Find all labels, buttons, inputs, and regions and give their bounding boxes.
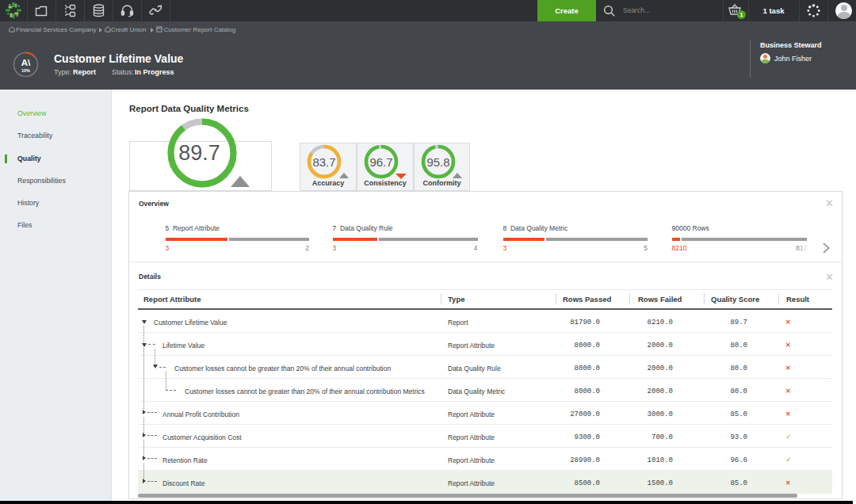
svg-text:89.7: 89.7 [178, 141, 220, 165]
svg-text:10%: 10% [21, 68, 30, 73]
svg-text:83.7: 83.7 [312, 155, 335, 169]
svg-text:A\: A\ [21, 58, 31, 67]
svg-text:95.8: 95.8 [426, 155, 449, 169]
svg-text:96.7: 96.7 [369, 155, 392, 169]
